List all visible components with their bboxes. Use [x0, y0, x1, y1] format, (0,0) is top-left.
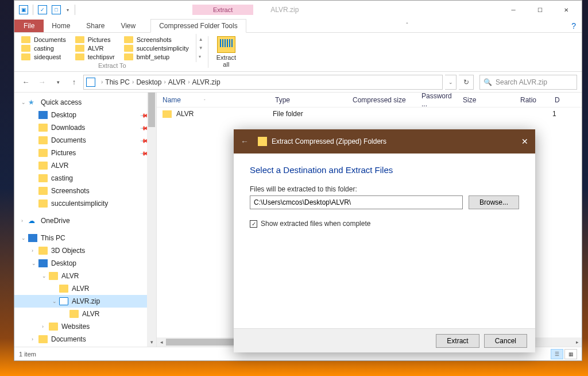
file-row[interactable]: ALVR File folder 1: [157, 108, 582, 120]
separator: [208, 36, 208, 68]
tree-qa-succulent[interactable]: succulentsimplicity: [14, 197, 156, 210]
col-date[interactable]: D: [549, 96, 566, 104]
folder-icon: [124, 45, 133, 52]
tree-documents[interactable]: ›Documents: [14, 333, 156, 346]
cancel-button[interactable]: Cancel: [484, 334, 527, 348]
tree-onedrive[interactable]: ›☁OneDrive: [14, 214, 156, 227]
dialog-body: Select a Destination and Extract Files F…: [234, 154, 535, 328]
folder-icon: [49, 323, 58, 331]
browse-button[interactable]: Browse...: [469, 195, 519, 209]
show-extracted-checkbox[interactable]: ✓ Show extracted files when complete: [250, 220, 519, 228]
tab-file[interactable]: File: [14, 20, 44, 32]
folder-icon: [49, 272, 58, 280]
col-password[interactable]: Password ...: [416, 93, 457, 108]
folder-icon: [163, 110, 172, 118]
col-name[interactable]: Nameˆ: [157, 96, 269, 104]
extract-target-pictures[interactable]: Pictures: [75, 36, 115, 44]
address-bar[interactable]: › This PC› Desktop› ALVR› ALVR.zip: [83, 75, 443, 90]
nav-bar: ← → ▾ ↑ › This PC› Desktop› ALVR› ALVR.z…: [14, 72, 582, 93]
search-icon: 🔍: [483, 78, 492, 86]
folder-icon: [38, 136, 48, 144]
desktop-icon: [38, 259, 48, 267]
folder-icon: [38, 247, 48, 255]
dialog-back-button[interactable]: ←: [241, 137, 249, 146]
col-ratio[interactable]: Ratio: [514, 96, 549, 104]
folder-icon: [38, 124, 48, 132]
ribbon-collapse-icon[interactable]: ˆ: [406, 22, 408, 29]
tab-share[interactable]: Share: [78, 20, 113, 32]
close-button[interactable]: ✕: [553, 1, 579, 18]
extract-all-button[interactable]: Extract all: [211, 34, 242, 70]
tree-desktop-alvr[interactable]: ⌄ALVR: [14, 270, 156, 282]
tree-websites[interactable]: ›Websites: [14, 320, 156, 333]
qa-properties-icon[interactable]: ✓: [38, 5, 47, 14]
col-compressed-size[interactable]: Compressed size: [347, 96, 416, 104]
file-type: File folder: [273, 110, 350, 118]
tree-desktop[interactable]: ⌄Desktop: [14, 257, 156, 270]
separator: [75, 5, 75, 15]
tree-qa-pictures[interactable]: Pictures📌: [14, 147, 156, 159]
col-size[interactable]: Size: [457, 96, 514, 104]
location-icon: [86, 78, 95, 87]
extract-target-techtipsvr[interactable]: techtipsvr: [75, 53, 115, 61]
tab-home[interactable]: Home: [44, 20, 78, 32]
extract-button[interactable]: Extract: [436, 334, 479, 348]
tree-qa-alvr[interactable]: ALVR: [14, 159, 156, 172]
extract-all-icon: [217, 36, 235, 53]
breadcrumb-segment[interactable]: Desktop: [136, 78, 161, 86]
pc-icon: [28, 234, 37, 242]
tree-qa-downloads[interactable]: Downloads📌: [14, 121, 156, 134]
extract-target-bmbf[interactable]: bmbf_setup: [124, 53, 189, 61]
extract-target-alvr[interactable]: ALVR: [75, 44, 115, 52]
minimize-button[interactable]: ─: [500, 1, 527, 18]
help-icon[interactable]: ?: [571, 21, 576, 30]
nav-forward-button[interactable]: →: [35, 75, 49, 89]
view-large-button[interactable]: ▦: [564, 349, 577, 359]
tree-quick-access[interactable]: ⌄★Quick access: [14, 96, 156, 109]
search-input[interactable]: 🔍 Search ALVR.zip: [479, 75, 577, 90]
extract-target-sidequest[interactable]: sidequest: [21, 53, 66, 61]
folder-icon: [21, 36, 30, 43]
folder-icon: [59, 285, 68, 293]
folder-icon: [69, 310, 79, 318]
nav-up-button[interactable]: ↑: [67, 75, 81, 89]
destination-input[interactable]: [250, 195, 463, 209]
tab-view[interactable]: View: [113, 20, 144, 32]
folder-icon: [38, 162, 48, 170]
dialog-close-button[interactable]: ✕: [521, 137, 528, 146]
view-details-button[interactable]: ☰: [551, 349, 563, 359]
col-type[interactable]: Type: [269, 96, 347, 104]
breadcrumb-segment[interactable]: ALVR.zip: [192, 78, 220, 86]
tree-qa-documents[interactable]: Documents📌: [14, 134, 156, 147]
extract-target-screenshots[interactable]: Screenshots: [124, 36, 189, 44]
tree-zip-alvr[interactable]: ALVR: [14, 308, 156, 320]
breadcrumb-segment[interactable]: This PC: [105, 78, 130, 86]
tree-alvr-alvr[interactable]: ALVR: [14, 282, 156, 295]
nav-history-dropdown[interactable]: ▾: [51, 75, 65, 89]
tree-this-pc[interactable]: ⌄This PC: [14, 232, 156, 244]
tree-3d-objects[interactable]: ›3D Objects: [14, 244, 156, 257]
refresh-button[interactable]: ↻: [459, 75, 474, 90]
address-dropdown[interactable]: ⌄: [445, 75, 457, 90]
nav-back-button[interactable]: ←: [19, 75, 33, 89]
maximize-button[interactable]: ☐: [527, 1, 553, 18]
dialog-titlebar: ← Extract Compressed (Zipped) Folders ✕: [234, 129, 535, 154]
tree-alvr-zip[interactable]: ⌄ALVR.zip: [14, 295, 156, 308]
tree-qa-desktop[interactable]: Desktop📌: [14, 109, 156, 121]
extract-target-documents[interactable]: Documents: [21, 36, 66, 44]
folder-icon: [124, 53, 133, 60]
tree-qa-screenshots[interactable]: Screenshots: [14, 185, 156, 197]
tree-qa-casting[interactable]: casting: [14, 172, 156, 185]
star-icon: ★: [28, 98, 37, 106]
extract-target-succulent[interactable]: succulentsimplicity: [124, 44, 189, 52]
title-bar: ▣ ✓ □ ▾ Extract ALVR.zip ─ ☐ ✕: [14, 1, 582, 19]
tab-compressed-tools[interactable]: Compressed Folder Tools: [150, 19, 246, 33]
breadcrumb-segment[interactable]: ALVR: [168, 78, 185, 86]
desktop-icon: [38, 111, 48, 119]
extract-targets-scroll[interactable]: ▲▼▾: [196, 34, 206, 62]
window-title: ALVR.zip: [270, 6, 299, 14]
tree-scrollbar[interactable]: ▴▾: [147, 93, 156, 347]
qa-customize-dropdown[interactable]: ▾: [67, 7, 69, 13]
qa-newfolder-icon[interactable]: □: [52, 5, 61, 14]
extract-target-casting[interactable]: casting: [21, 44, 66, 52]
